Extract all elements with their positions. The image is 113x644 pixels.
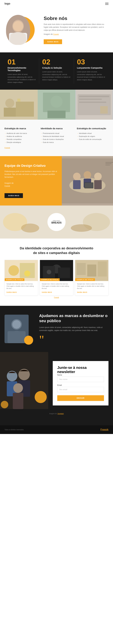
svg-point-26 [94, 173, 102, 180]
card-1-image: EXEMPLO DE TÍTULO [5, 260, 38, 281]
svg-point-11 [50, 96, 63, 108]
card-3: EXEMPLO DE TÍTULO Sample text. Click to … [75, 260, 108, 296]
steps-section: 01 Desenvolvimento Tecnologias Lorem ips… [0, 52, 113, 90]
card-3-image: EXEMPLO DE TÍTULO [75, 260, 108, 281]
equipe-image [62, 156, 113, 206]
newsletter-title: Junte-se à nossa newsletter [57, 366, 104, 374]
image-block-2 [38, 90, 75, 120]
equipe-body: Pellentesque proin ut est lacinia in ame… [5, 170, 57, 179]
step-1: 01 Desenvolvimento Tecnologias Lorem ips… [5, 58, 39, 84]
equipe-title: Equipe de Design Criativo [5, 164, 57, 168]
quote-mark: " [39, 335, 108, 344]
ajudamos-section: Ajudamos as marcas a deslumbrar o seu pú… [0, 306, 113, 352]
svg-point-58 [13, 383, 23, 393]
card-1-body: Sample text. Click to select the text bo… [5, 281, 38, 295]
newsletter-form: Junte-se à nossa newsletter Nome Email E… [53, 361, 108, 406]
newsletter-credit-link[interactable]: Unsplash [58, 413, 64, 414]
step-3: 03 Lançamento Campanha Lorem ipsum dolor… [74, 58, 108, 84]
orange-circle-small [24, 336, 33, 345]
card-3-badge: EXEMPLO DE TÍTULO [75, 278, 95, 281]
equipe-credit: Imagem de Freepik [5, 182, 57, 190]
email-input[interactable] [57, 387, 104, 392]
card-3-link[interactable]: SAIBA MAIS [77, 292, 87, 293]
equipe-credit-link[interactable]: Freepik [5, 185, 57, 187]
accent-line-3 [105, 165, 110, 165]
image-block-3 [75, 90, 113, 120]
card-2-link[interactable]: SAIBA MAIS [42, 292, 52, 293]
organic-badge: ORGANIC BREADS [47, 213, 66, 231]
newsletter-section: Junte-se à nossa newsletter Nome Email E… [0, 352, 113, 425]
newsletter-left [0, 352, 53, 409]
card-1-desc: Sample text. Click to select the text bo… [7, 283, 36, 290]
image-3-inner [75, 90, 113, 120]
step-3-title: Lançamento Campanha [77, 66, 105, 69]
estrategia-col-3-list: Identidade virtual Exploração de origem … [77, 132, 108, 141]
sobre-title: Sobre nós [44, 16, 108, 21]
svg-point-61 [1, 401, 8, 408]
image-block-1 [0, 90, 38, 120]
list-item: Auditoria de valor da marca [5, 132, 36, 135]
card-2-body: Sample text. Click to select the text bo… [40, 281, 73, 295]
newsletter-people-image [0, 352, 48, 409]
estrategia-credit-link[interactable]: Freepik [5, 147, 108, 148]
image-2-inner [38, 90, 75, 120]
step-1-desc: Lorem ipsum dolor sit amet, consectetur … [8, 73, 36, 84]
card-2-badge: EXEMPLO DE TÍTULO [40, 278, 60, 281]
hamburger-menu[interactable] [105, 3, 108, 5]
sobre-content: Sobre nós Duis aute irure dolor in repre… [44, 16, 108, 44]
sobre-cta-button[interactable]: SAIBA MAIS [44, 39, 62, 44]
svg-point-35 [71, 224, 92, 232]
cards-row: EXEMPLO DE TÍTULO Sample text. Click to … [5, 260, 108, 296]
estrategia-col-1-list: Auditoria de valor da marca Análise de a… [5, 132, 36, 144]
breads-label: BREADS [51, 222, 62, 224]
footer-link[interactable]: Freepik [100, 428, 108, 431]
card-1: EXEMPLO DE TÍTULO Sample text. Click to … [5, 260, 38, 296]
estrategia-col-1: Estratégia de marca Auditoria de valor d… [5, 127, 36, 144]
newsletter-submit-button[interactable]: ENVIAR [57, 395, 104, 401]
equipe-cta-button[interactable]: SAIBA MAIS [5, 193, 23, 198]
svg-rect-48 [98, 262, 107, 276]
estrategia-col-1-title: Estratégia de marca [5, 127, 36, 130]
sobre-image-wrap [5, 15, 38, 45]
svg-point-5 [5, 99, 14, 108]
svg-point-37 [9, 265, 19, 276]
step-1-title: Desenvolvimento Tecnologias [8, 66, 36, 72]
svg-rect-8 [17, 99, 20, 102]
step-3-desc: Lorem ipsum dolor sit amet, consectetur … [77, 70, 105, 81]
svg-rect-17 [79, 102, 106, 103]
svg-point-2 [13, 21, 23, 31]
svg-rect-12 [47, 111, 66, 118]
svg-rect-29 [85, 183, 93, 188]
svg-point-60 [35, 391, 47, 403]
image-1-inner [0, 90, 38, 120]
list-item: Guia de marca [41, 141, 72, 144]
card-1-badge: EXEMPLO DE TÍTULO [5, 278, 24, 281]
name-input[interactable] [57, 377, 104, 382]
sobre-credit-link[interactable]: Freepik [53, 33, 59, 35]
name-label: Nome [57, 374, 104, 376]
card-3-body: Sample text. Click to select the text bo… [75, 281, 108, 295]
identidade-credit-link[interactable]: Freepik [5, 297, 108, 298]
svg-rect-46 [77, 263, 86, 275]
accent-lines [105, 162, 113, 165]
card-1-link[interactable]: SAIBA MAIS [7, 292, 17, 293]
ajudamos-content: Ajudamos as marcas a deslumbrar o seu pú… [39, 313, 108, 344]
step-3-num: 03 [77, 58, 105, 66]
svg-rect-23 [73, 180, 81, 189]
estrategia-col-3-title: Estratégia de comunicação [77, 127, 108, 130]
svg-rect-16 [79, 99, 102, 100]
identidade-section: Da identidade corporativa ao desenvolvim… [0, 238, 113, 306]
card-2-image: EXEMPLO DE TÍTULO [40, 260, 73, 281]
svg-rect-7 [16, 102, 34, 117]
sobre-section: Sobre nós Duis aute irure dolor in repre… [0, 7, 113, 52]
svg-rect-43 [58, 268, 70, 278]
step-2-title: Criação & Seleção [42, 66, 71, 69]
svg-rect-47 [87, 264, 96, 276]
svg-point-24 [84, 171, 91, 179]
sobre-credit: Imagem de Freepik [44, 33, 108, 36]
newsletter-credit: Imagem de Unsplash [0, 409, 113, 418]
step-1-num: 01 [8, 58, 36, 66]
svg-point-44 [47, 270, 51, 274]
estrategia-col-2-title: Identidade da marca [41, 127, 72, 130]
list-item: Análise de audiência [5, 135, 36, 138]
